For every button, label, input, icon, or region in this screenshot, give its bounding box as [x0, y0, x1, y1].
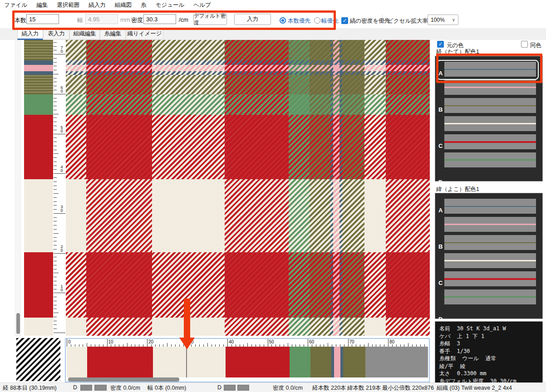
menu-item-ヘルプ[interactable]: ヘルプ — [193, 1, 211, 9]
h-ruler-tick — [167, 343, 167, 347]
toolbar-separator — [382, 15, 383, 24]
thread-color-line — [444, 260, 536, 261]
menu-item-ファイル[interactable]: ファイル — [4, 1, 27, 9]
horizontal-scrollbar-thumb[interactable] — [68, 377, 179, 382]
menu-item-縞入力[interactable]: 縞入力 — [89, 1, 106, 9]
v-ruler-tick — [54, 285, 57, 285]
status-item: 密度 0.0/cm — [273, 384, 303, 392]
v-ruler-tick — [54, 281, 57, 281]
v-ruler-tick — [54, 297, 57, 297]
v-ruler-tick — [54, 321, 57, 321]
stripe-cursor-line — [186, 347, 187, 377]
menu-item-編集[interactable]: 編集 — [36, 1, 48, 9]
thread-color-line — [444, 105, 536, 106]
thread-info-panel: 名前 30 St K 3d_a1 W ケバ 上 1 下 1 糸幅 3 番手 1/… — [435, 321, 543, 384]
weft-swatch-E[interactable] — [444, 271, 536, 286]
v-ruler-tick — [54, 150, 57, 150]
warp-stripe-olive — [343, 347, 365, 377]
warp-stripe-cream — [153, 347, 226, 377]
same-color-checkbox[interactable] — [521, 41, 528, 48]
status-item: D — [73, 384, 77, 391]
pixel-zoom-select[interactable]: 100% ∨ — [428, 15, 458, 25]
v-ruler-tick — [54, 110, 57, 110]
v-ruler-tick — [54, 126, 57, 126]
status-item: 幅 0本 (0.0mm) — [148, 384, 186, 392]
weft-stripe-column[interactable] — [24, 40, 53, 336]
v-ruler-tick — [54, 153, 59, 154]
weft-swatch-C[interactable] — [444, 235, 536, 250]
warp-swatch-D[interactable] — [444, 116, 536, 131]
v-ruler-tick — [54, 62, 57, 63]
vertical-scrollbar-thumb[interactable] — [16, 313, 20, 334]
warp-stripe-strip[interactable] — [67, 347, 428, 377]
v-ruler-label: 7 0 — [59, 46, 64, 53]
warp-stripe-green — [290, 347, 310, 377]
v-ruler-tick — [54, 277, 57, 277]
weft-stripe-olive — [24, 75, 53, 94]
h-ruler-tick — [107, 339, 108, 347]
menu-item-組織図[interactable]: 組織図 — [115, 1, 132, 9]
v-ruler-tick — [54, 273, 59, 273]
weft-swatch-A[interactable] — [444, 199, 536, 214]
warp-swatch-F[interactable] — [444, 152, 536, 167]
vertical-scrollbar[interactable] — [15, 40, 21, 336]
h-ruler-tick — [127, 343, 128, 347]
weave-pattern-swatch[interactable] — [16, 338, 60, 381]
v-ruler-tick — [54, 301, 57, 301]
v-ruler-tick — [54, 169, 57, 170]
v-ruler-tick — [54, 173, 65, 174]
horizontal-ruler: 01020304050607080 — [66, 339, 429, 347]
status-color-swatch — [237, 385, 249, 391]
v-ruler-tick — [54, 118, 57, 118]
v-ruler-tick — [54, 102, 57, 102]
horizontal-scrollbar[interactable] — [67, 377, 428, 382]
status-item: 密度 0.0/cm — [110, 384, 140, 392]
thread-color-line — [444, 242, 536, 243]
thread-color-line — [444, 224, 536, 225]
h-ruler-tick — [388, 339, 389, 347]
weft-stripe-cream — [24, 318, 53, 336]
weft-stripe-red — [24, 115, 53, 179]
fabric-preview[interactable] — [66, 40, 430, 336]
menu-item-糸[interactable]: 糸 — [141, 1, 147, 9]
status-color-swatch — [80, 385, 92, 391]
original-color-checkbox[interactable]: ✓ — [437, 41, 444, 48]
thread-color-line — [444, 141, 536, 143]
menu-item-選択範囲[interactable]: 選択範囲 — [57, 1, 79, 9]
status-item: 経本数 220本 — [312, 384, 346, 392]
weft-stripe-olive — [24, 40, 53, 60]
v-ruler-tick — [54, 86, 57, 86]
v-ruler-tick — [54, 289, 57, 289]
v-ruler-tick — [54, 201, 57, 202]
h-ruler-tick — [368, 343, 369, 347]
v-ruler-tick — [54, 114, 59, 114]
annotation-box-warp-row-a — [436, 54, 542, 83]
v-ruler-label: 1 0 — [59, 284, 64, 292]
v-ruler-tick — [54, 197, 57, 198]
v-ruler-tick — [54, 46, 57, 47]
v-ruler-tick — [54, 269, 57, 270]
v-ruler-tick — [54, 257, 57, 257]
weft-swatch-F[interactable] — [444, 289, 536, 304]
v-ruler-tick — [54, 166, 57, 166]
warp-stripe-cream — [67, 347, 87, 377]
v-ruler-label: 2 0 — [59, 245, 64, 252]
status-color-swatch — [94, 385, 107, 391]
h-ruler-tick — [227, 339, 228, 347]
thread-color-line — [444, 87, 536, 88]
stripe-density-checkbox[interactable]: ✓ — [341, 17, 348, 24]
row-letter: A — [438, 207, 443, 214]
v-ruler-tick — [54, 70, 57, 70]
weft-swatch-D[interactable] — [444, 253, 536, 268]
v-ruler-tick — [54, 58, 57, 59]
warp-swatch-C[interactable] — [444, 98, 536, 113]
same-color-label: 同色 — [530, 42, 541, 49]
v-ruler-label: 3 0 — [59, 205, 64, 212]
thread-color-line — [444, 123, 536, 124]
menu-item-モジュール[interactable]: モジュール — [156, 1, 185, 9]
warp-stripe-editor[interactable]: 01020304050607080 — [65, 338, 430, 382]
h-ruler-label: 10 — [108, 339, 113, 344]
v-ruler-label: 6 0 — [59, 86, 64, 93]
warp-swatch-E[interactable] — [444, 134, 536, 149]
weft-swatch-B[interactable] — [444, 217, 536, 232]
